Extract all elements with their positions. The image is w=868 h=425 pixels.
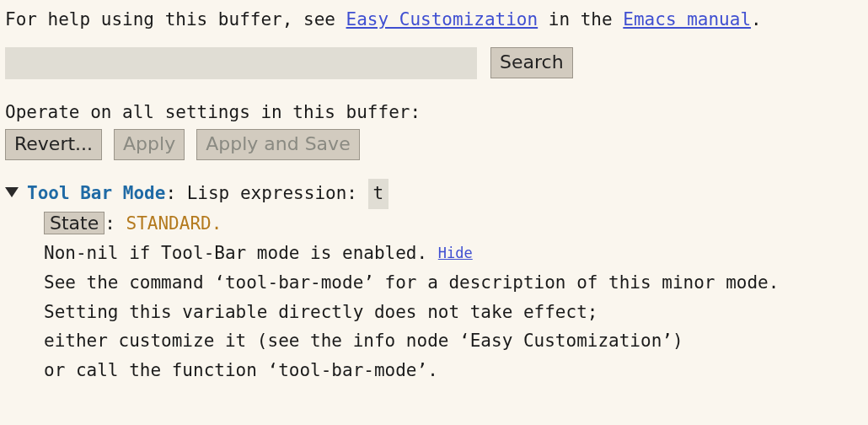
variable-state-row: State: STANDARD. bbox=[5, 209, 863, 239]
variable-value-field[interactable]: t bbox=[368, 179, 389, 209]
hide-link[interactable]: Hide bbox=[438, 245, 473, 261]
state-value: STANDARD. bbox=[126, 213, 222, 234]
variable-block: Tool Bar Mode: Lisp expression: t State:… bbox=[5, 179, 863, 385]
link-easy-customization[interactable]: Easy Customization bbox=[346, 9, 538, 30]
link-emacs-manual[interactable]: Emacs manual bbox=[623, 9, 751, 30]
search-input[interactable] bbox=[5, 47, 477, 79]
doc-first-text: Non-nil if Tool-Bar mode is enabled. bbox=[44, 243, 438, 263]
search-button[interactable]: Search bbox=[490, 47, 573, 78]
revert-button[interactable]: Revert... bbox=[5, 129, 102, 160]
state-sep: : bbox=[104, 213, 126, 234]
doc-line: or call the function ‘tool-bar-mode’. bbox=[5, 356, 863, 385]
search-row: Search bbox=[5, 47, 863, 79]
doc-first-line: Non-nil if Tool-Bar mode is enabled. Hid… bbox=[5, 239, 863, 268]
intro-mid: in the bbox=[538, 9, 623, 30]
intro-prefix: For help using this buffer, see bbox=[5, 9, 346, 30]
variable-header: Tool Bar Mode: Lisp expression: t bbox=[5, 179, 863, 209]
variable-type-label: : Lisp expression: bbox=[165, 183, 367, 203]
operate-buttons: Revert... Apply Apply and Save bbox=[5, 129, 863, 160]
doc-line: See the command ‘tool-bar-mode’ for a de… bbox=[5, 268, 863, 298]
intro-suffix: . bbox=[751, 9, 762, 30]
intro-line: For help using this buffer, see Easy Cus… bbox=[5, 5, 863, 35]
state-button[interactable]: State bbox=[44, 212, 104, 234]
apply-button[interactable]: Apply bbox=[114, 129, 185, 160]
operate-label: Operate on all settings in this buffer: bbox=[5, 98, 863, 128]
disclosure-triangle-icon[interactable] bbox=[5, 187, 19, 197]
doc-line: Setting this variable directly does not … bbox=[5, 298, 863, 327]
apply-and-save-button[interactable]: Apply and Save bbox=[196, 129, 360, 160]
variable-name[interactable]: Tool Bar Mode bbox=[27, 183, 165, 203]
doc-line: either customize it (see the info node ‘… bbox=[5, 326, 863, 356]
